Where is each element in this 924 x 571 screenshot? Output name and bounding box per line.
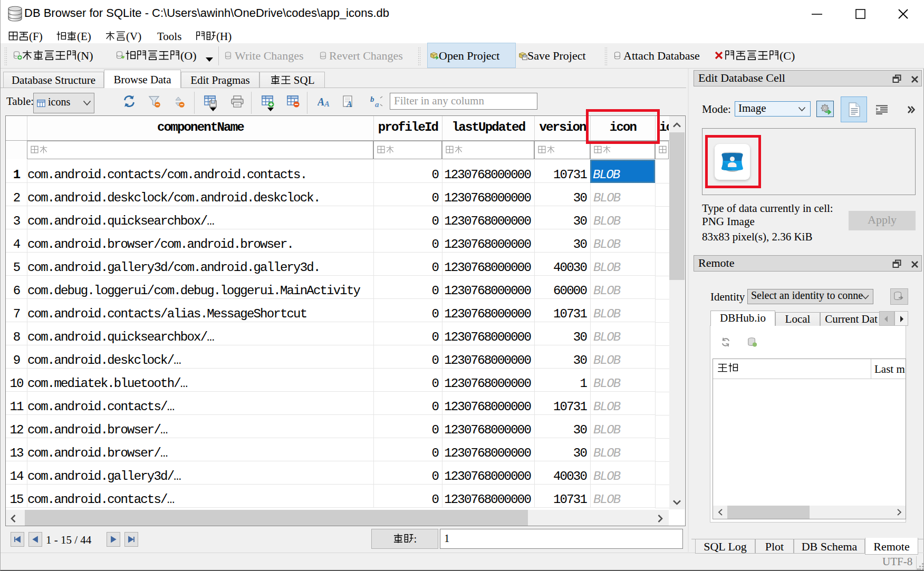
- svg-text:a: a: [375, 100, 379, 109]
- svg-text:b: b: [370, 95, 374, 103]
- svg-text:A: A: [324, 100, 330, 108]
- svg-text:A: A: [346, 100, 352, 109]
- svg-text:A: A: [317, 96, 324, 108]
